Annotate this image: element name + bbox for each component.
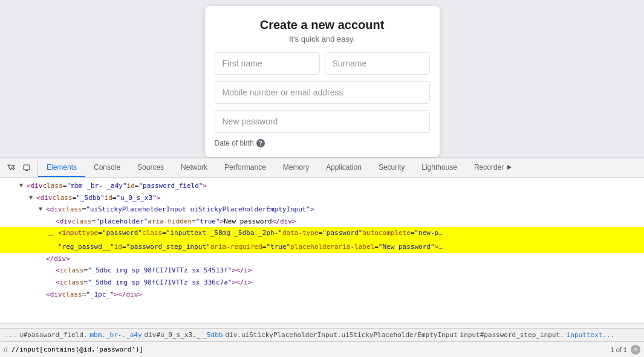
signup-card: Create a new account It's quick and easy… (205, 6, 440, 157)
tab-memory[interactable]: Memory (275, 158, 317, 177)
tab-performance[interactable]: Performance (216, 158, 275, 177)
code-line-6-highlighted: "reg_passwd__" id="password_step_input" … (0, 241, 644, 253)
code-line-10: <div class="_1pc_" ></div> (0, 289, 644, 301)
devtools-searchbar: // 1 of 1 ✕ (0, 341, 644, 357)
tab-network[interactable]: Network (172, 158, 216, 177)
code-line-2: ▼ <div class="_5dbb" id="u_0_s_x3" > (0, 192, 644, 204)
inspect-icon[interactable] (4, 161, 18, 175)
triangle-spacer-4 (48, 277, 56, 287)
search-result-count: 1 of 1 (610, 346, 627, 353)
svg-marker-2 (507, 165, 512, 170)
tab-recorder[interactable]: Recorder (466, 158, 521, 177)
dob-info-icon[interactable]: ? (256, 139, 265, 147)
search-icon: // (4, 346, 8, 354)
code-line-3: ▼ <div class="uiStickyPlaceholderInput u… (0, 204, 644, 216)
triangle-spacer-5 (39, 289, 46, 299)
mobile-input[interactable] (215, 81, 430, 104)
surname-input[interactable] (325, 52, 430, 75)
recorder-label: Recorder (474, 163, 504, 172)
code-line-7: </div> (0, 253, 644, 265)
tab-lighthouse[interactable]: Lighthouse (413, 158, 466, 177)
svg-rect-0 (24, 165, 30, 170)
search-close-button[interactable]: ✕ (631, 345, 640, 355)
password-row (215, 110, 430, 133)
code-line-5-highlighted: … <input type="password" class="inputtex… (0, 227, 644, 241)
triangle-spacer (48, 216, 56, 226)
svg-rect-1 (25, 170, 28, 171)
device-icon[interactable] (19, 161, 34, 175)
code-line-9: <i class="_5dbd img sp_98fCI7IVTTz sx_33… (0, 277, 644, 289)
triangle-icon: ▼ (19, 181, 27, 190)
triangle-icon-3: ▼ (39, 204, 46, 214)
recorder-icon (506, 164, 512, 170)
browser-area: Create a new account It's quick and easy… (0, 0, 644, 158)
breadcrumb-7[interactable]: inputtext... (567, 331, 614, 339)
dob-row: Date of birth ? (215, 139, 430, 147)
breadcrumb-2[interactable]: mbm._br-._a4y (89, 331, 141, 339)
page-subtitle: It's quick and easy. (215, 34, 430, 43)
devtools-panel: Elements Console Sources Network Perform… (0, 158, 644, 357)
breadcrumb-1[interactable]: v#password_field. (19, 331, 88, 339)
password-input[interactable] (215, 110, 430, 133)
name-row (215, 52, 430, 75)
breadcrumb-5[interactable]: div.uiStickyPlaceholderInput.uiStickyPla… (225, 331, 457, 339)
mobile-row (215, 81, 430, 104)
breadcrumb-6[interactable]: input#password_step_input. (460, 331, 564, 339)
breadcrumb-dots: ... (5, 331, 17, 339)
code-line-4: <div class="placeholder" aria-hidden="tr… (0, 216, 644, 228)
devtools-icon-group (0, 158, 38, 177)
devtools-code-area: ▼ <div class="mbm _br- _a4y" id="passwor… (0, 178, 644, 323)
code-lines: ▼ <div class="mbm _br- _a4y" id="passwor… (0, 178, 644, 323)
devtools-tabs: Elements Console Sources Network Perform… (38, 158, 521, 177)
triangle-spacer-3 (48, 265, 56, 275)
tab-security[interactable]: Security (370, 158, 413, 177)
scrollbar-horizontal[interactable] (0, 323, 644, 328)
tab-console[interactable]: Console (85, 158, 129, 177)
first-name-input[interactable] (215, 52, 320, 75)
ellipsis-icon[interactable]: … (48, 228, 58, 240)
code-line-8: <i class="_5dbc img sp_98fCI7IVTTz sx_54… (0, 265, 644, 277)
tab-application[interactable]: Application (317, 158, 370, 177)
breadcrumb-3[interactable]: div#u_0_s_x3._ (145, 331, 201, 339)
triangle-icon-2: ▼ (29, 193, 36, 202)
triangle-spacer-2 (39, 254, 46, 263)
devtools-statusbar: ... v#password_field. mbm._br-._a4y div#… (0, 328, 644, 341)
close-icon: ✕ (633, 346, 638, 353)
tab-sources[interactable]: Sources (129, 158, 172, 177)
page-title: Create a new account (215, 18, 430, 32)
devtools-toolbar: Elements Console Sources Network Perform… (0, 158, 644, 178)
tab-elements[interactable]: Elements (38, 158, 85, 177)
code-line-1: ▼ <div class="mbm _br- _a4y" id="passwor… (0, 180, 644, 192)
dob-label: Date of birth (215, 139, 254, 147)
breadcrumb-4[interactable]: _5dbb (203, 331, 223, 339)
xpath-search-input[interactable] (11, 346, 607, 353)
